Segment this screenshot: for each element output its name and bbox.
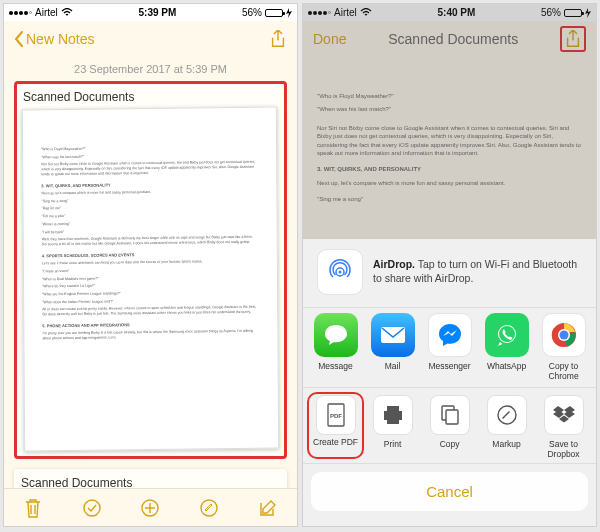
document-thumbnail: "Who is Floyd Mayweather?" "When was his… bbox=[22, 106, 279, 451]
svg-point-0 bbox=[84, 500, 100, 516]
wifi-icon bbox=[61, 8, 73, 17]
battery-icon bbox=[265, 9, 283, 17]
action-dropbox[interactable]: Save to Dropbox bbox=[535, 392, 592, 459]
plus-circle-icon bbox=[140, 498, 160, 518]
carrier-label: Airtel bbox=[35, 7, 58, 18]
airdrop-row[interactable]: AirDrop. Tap to turn on Wi-Fi and Blueto… bbox=[303, 239, 596, 307]
left-phone: Airtel 5:39 PM 56% New Notes 23 Septembe… bbox=[3, 3, 298, 527]
mail-icon bbox=[371, 313, 415, 357]
note-timestamp: 23 September 2017 at 5:39 PM bbox=[14, 63, 287, 75]
svg-point-9 bbox=[559, 331, 568, 340]
compose-button[interactable] bbox=[257, 497, 279, 519]
add-button[interactable] bbox=[139, 497, 161, 519]
share-sheet: AirDrop. Tap to turn on Wi-Fi and Blueto… bbox=[303, 238, 596, 526]
back-label: New Notes bbox=[26, 31, 94, 47]
action-create-pdf[interactable]: PDF Create PDF bbox=[307, 392, 364, 459]
svg-text:PDF: PDF bbox=[330, 413, 342, 419]
share-icon bbox=[269, 30, 287, 48]
share-app-chrome[interactable]: Copy to Chrome bbox=[535, 310, 592, 381]
scanned-attachment[interactable]: Scanned Documents "Who is Floyd Mayweath… bbox=[14, 81, 287, 459]
svg-rect-13 bbox=[446, 410, 458, 424]
share-button[interactable] bbox=[269, 30, 287, 48]
action-copy[interactable]: Copy bbox=[421, 392, 478, 459]
draw-button[interactable] bbox=[198, 497, 220, 519]
share-app-message[interactable]: Message bbox=[307, 310, 364, 381]
share-app-messenger[interactable]: Messenger bbox=[421, 310, 478, 381]
airdrop-icon bbox=[317, 249, 363, 295]
chevron-left-icon bbox=[14, 31, 24, 47]
status-bar: Airtel 5:39 PM 56% bbox=[4, 4, 297, 21]
nav-header: New Notes bbox=[4, 21, 297, 57]
right-phone: Airtel 5:40 PM 56% Done Scanned Document… bbox=[302, 3, 597, 527]
modal-dimmer[interactable] bbox=[303, 4, 596, 238]
attachment-title-2: Scanned Documents bbox=[21, 476, 280, 488]
messenger-icon bbox=[428, 313, 472, 357]
share-app-whatsapp[interactable]: WhatsApp bbox=[478, 310, 535, 381]
markup-icon bbox=[487, 395, 527, 435]
print-icon bbox=[373, 395, 413, 435]
pen-circle-icon bbox=[199, 498, 219, 518]
charging-icon bbox=[286, 8, 292, 18]
compose-icon bbox=[258, 498, 278, 518]
airdrop-text: AirDrop. Tap to turn on Wi-Fi and Blueto… bbox=[373, 258, 582, 285]
share-app-mail[interactable]: Mail bbox=[364, 310, 421, 381]
scanned-attachment-2[interactable]: Scanned Documents bbox=[14, 469, 287, 488]
attachment-title: Scanned Documents bbox=[23, 90, 278, 104]
battery-pct: 56% bbox=[242, 7, 262, 18]
pdf-icon: PDF bbox=[316, 395, 356, 435]
back-button[interactable]: New Notes bbox=[14, 31, 94, 47]
action-print[interactable]: Print bbox=[364, 392, 421, 459]
check-circle-icon bbox=[82, 498, 102, 518]
trash-icon bbox=[24, 498, 42, 518]
note-body: 23 September 2017 at 5:39 PM Scanned Doc… bbox=[4, 57, 297, 488]
message-icon bbox=[314, 313, 358, 357]
copy-icon bbox=[430, 395, 470, 435]
signal-icon bbox=[9, 11, 32, 15]
dropbox-icon bbox=[544, 395, 584, 435]
clock: 5:39 PM bbox=[138, 7, 176, 18]
chrome-icon bbox=[542, 313, 586, 357]
note-toolbar bbox=[4, 488, 297, 526]
checklist-button[interactable] bbox=[81, 497, 103, 519]
svg-point-4 bbox=[339, 271, 342, 274]
delete-button[interactable] bbox=[22, 497, 44, 519]
whatsapp-icon bbox=[485, 313, 529, 357]
action-markup[interactable]: Markup bbox=[478, 392, 535, 459]
share-apps-row: Message Mail Messenger WhatsApp bbox=[303, 307, 596, 388]
share-actions-row: PDF Create PDF Print Copy Mark bbox=[303, 388, 596, 464]
cancel-button[interactable]: Cancel bbox=[311, 472, 588, 511]
